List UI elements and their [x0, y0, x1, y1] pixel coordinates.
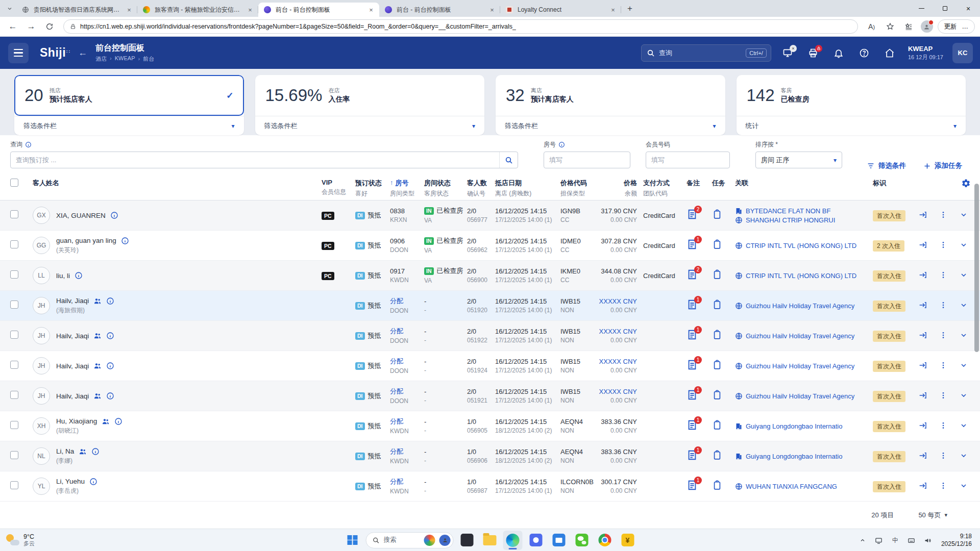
task-clipboard-icon[interactable] [712, 480, 722, 490]
window-close-button[interactable]: × [957, 0, 980, 17]
row-checkbox[interactable] [10, 240, 18, 248]
window-maximize-button[interactable] [933, 0, 957, 17]
column-rate-code[interactable]: 价格代码担保类型 [560, 179, 603, 198]
help-icon[interactable] [855, 44, 873, 62]
task-clipboard-icon[interactable] [712, 239, 722, 249]
tab-search-icon[interactable] [3, 2, 16, 15]
column-payment[interactable]: 支付方式团队代码 [643, 179, 687, 198]
info-icon[interactable] [110, 211, 118, 219]
global-search-input[interactable]: 查询 Ctrl+/ [641, 44, 771, 62]
checkin-icon[interactable] [919, 301, 927, 311]
notes-icon[interactable]: 1 [687, 389, 698, 400]
table-settings-gear-icon[interactable] [961, 179, 975, 188]
filter-dropdown[interactable]: 筛选条件栏▾ [496, 116, 725, 135]
column-links[interactable]: 关联 [735, 179, 873, 188]
task-clipboard-icon[interactable] [712, 299, 722, 310]
expand-chevron-icon[interactable] [960, 211, 968, 220]
add-task-button[interactable]: 添加任务 [923, 161, 962, 170]
row-checkbox[interactable] [10, 331, 18, 339]
breadcrumb-item[interactable]: 前台 [138, 55, 154, 63]
column-guest-count[interactable]: 客人数确认号 [467, 179, 495, 198]
expand-chevron-icon[interactable] [960, 301, 968, 311]
info-icon[interactable] [106, 332, 114, 340]
window-minimize-button[interactable] [910, 0, 933, 17]
guest-name[interactable]: Hailv, Jiaqi [56, 392, 89, 400]
task-clipboard-icon[interactable] [712, 330, 722, 340]
room-number[interactable]: 分配 [390, 417, 403, 426]
related-profile-link[interactable]: Guiyang Longdongbao Internatio [735, 422, 873, 430]
room-number[interactable]: 分配 [390, 447, 403, 456]
taskbar-app-dark[interactable] [457, 531, 477, 550]
expand-chevron-icon[interactable] [960, 361, 968, 371]
browser-tab[interactable]: 前台 - 前台控制面板 × [379, 3, 500, 17]
related-profile-link[interactable]: Guizhou Hailv Holiday Travel Agency [735, 362, 873, 370]
checkin-icon[interactable] [919, 271, 927, 281]
column-notes[interactable]: 备注 [687, 179, 712, 188]
guest-name[interactable]: Hailv, Jiaqi [56, 297, 89, 305]
row-checkbox[interactable] [10, 451, 18, 459]
taskbar-app-wechat[interactable] [572, 531, 592, 550]
more-options-icon[interactable] [939, 271, 947, 281]
address-bar[interactable]: https://cn1.web.ep.shiji.world/individua… [63, 19, 858, 34]
row-checkbox[interactable] [10, 421, 18, 429]
group-icon[interactable] [93, 297, 102, 305]
table-row[interactable]: GG guan, guan yan ling (关英玲) PC DI预抵 090… [0, 231, 980, 261]
workstation-icon[interactable]: × [778, 44, 797, 62]
page-size-select[interactable]: 50 每页▾ [918, 511, 947, 520]
start-button[interactable] [343, 531, 362, 550]
notifications-bell-icon[interactable] [829, 44, 848, 62]
filter-conditions-button[interactable]: 筛选条件 [867, 161, 906, 170]
task-clipboard-icon[interactable] [712, 360, 722, 370]
column-room-status[interactable]: 房间状态客房状态 [424, 179, 467, 198]
info-icon[interactable] [106, 392, 114, 400]
column-reservation-status[interactable]: 预订状态喜好 [355, 179, 390, 198]
tray-clock[interactable]: 9:18 2025/12/16 [937, 533, 975, 548]
tray-ime-indicator[interactable]: 中 [888, 533, 902, 548]
breadcrumb-item[interactable]: 酒店 [95, 55, 107, 63]
notes-icon[interactable]: 1 [687, 299, 698, 310]
row-checkbox[interactable] [10, 270, 18, 279]
browser-tab[interactable]: 旅客查询 - 紫楠旅馆业治安信息管 × [137, 3, 258, 17]
member-number-input[interactable]: 填写 [646, 152, 730, 168]
table-row[interactable]: JH Hailv, Jiaqi DI预抵 分配 DOON [0, 381, 980, 411]
stat-card-rooms[interactable]: 142 客房 已检查房 统计▾ [737, 75, 966, 135]
column-tags[interactable]: 标识 [873, 179, 919, 188]
related-profile-link[interactable]: Guizhou Hailv Holiday Travel Agency [735, 332, 873, 340]
info-icon[interactable] [91, 447, 100, 456]
home-icon[interactable] [880, 44, 899, 62]
search-submit-icon[interactable] [499, 152, 518, 168]
table-row[interactable]: JH Hailv, Jiaqi DI预抵 分配 DOON [0, 351, 980, 381]
related-profile-link[interactable]: SHANGHAI CTRIP HONGRUI [735, 216, 873, 224]
guest-name[interactable]: liu, li [56, 272, 70, 280]
expand-chevron-icon[interactable] [960, 421, 968, 431]
column-guest-name[interactable]: 客人姓名 [33, 179, 322, 188]
row-checkbox[interactable] [10, 481, 18, 489]
info-icon[interactable] [106, 362, 114, 370]
tray-cast-icon[interactable] [872, 533, 886, 548]
checkin-icon[interactable] [919, 421, 927, 431]
browser-menu-icon[interactable]: … [962, 23, 969, 30]
checkin-icon[interactable] [919, 211, 927, 220]
notes-icon[interactable]: 1 [687, 419, 698, 431]
expand-chevron-icon[interactable] [960, 452, 968, 461]
taskbar-app-finance[interactable]: ¥ [618, 531, 638, 550]
info-icon[interactable] [114, 417, 122, 425]
more-options-icon[interactable] [939, 331, 947, 341]
table-row[interactable]: NL Li, Na (李娜) DI预抵 分配 KWDN [0, 441, 980, 471]
related-profile-link[interactable]: Guizhou Hailv Holiday Travel Agency [735, 392, 873, 400]
taskbar-app-edge[interactable] [503, 531, 523, 550]
printer-icon[interactable] [804, 44, 822, 62]
group-icon[interactable] [102, 417, 110, 425]
task-clipboard-icon[interactable] [712, 209, 722, 219]
expand-chevron-icon[interactable] [960, 271, 968, 281]
related-profile-link[interactable]: WUHAN TIANXIA FANGCANG [735, 483, 873, 490]
browser-tab[interactable]: Loyalty Connect × [500, 3, 621, 17]
column-tasks[interactable]: 任务 [712, 179, 735, 188]
column-arrival-date[interactable]: 抵店日期离店 (房晚数) [495, 179, 560, 198]
taskbar-search-input[interactable]: 搜索 [366, 532, 454, 548]
column-vip[interactable]: VIP会员信息 [322, 179, 355, 196]
checkin-icon[interactable] [919, 452, 927, 461]
column-price[interactable]: 价格余额 [603, 179, 643, 198]
more-options-icon[interactable] [939, 361, 947, 371]
tray-chevron-up-icon[interactable] [855, 533, 870, 548]
